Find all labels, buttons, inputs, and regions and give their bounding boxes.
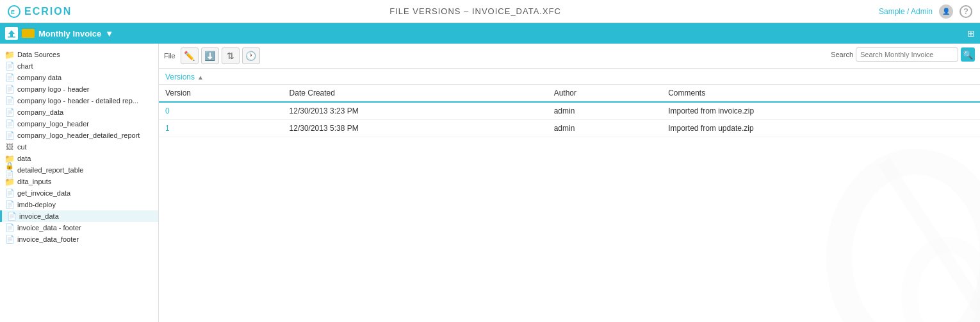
help-button[interactable]: ? [960, 5, 972, 18]
page-title: File Versions – invoice_data.xfc [389, 6, 561, 16]
logo-icon: E [8, 5, 20, 18]
toolbar-title: Monthly Invoice [38, 29, 101, 38]
file-label: File [164, 52, 176, 60]
svg-text:E: E [11, 9, 15, 15]
toolbar-left: Monthly Invoice ▼ [5, 27, 113, 40]
search-area: Search 🔍 [831, 47, 975, 62]
company-data2-icon: 📄 [5, 108, 14, 117]
col-comments: Comments [662, 85, 980, 102]
sidebar-item-company-data2[interactable]: 📄 company_data [0, 106, 158, 118]
sidebar-item-imdb-deploy[interactable]: 📄 imdb-deploy [0, 199, 158, 210]
table-body: 0 12/30/2013 3:23 PM admin Imported from… [159, 102, 980, 137]
sidebar-item-data-sources[interactable]: 📁 Data Sources [0, 49, 158, 60]
svg-marker-2 [8, 30, 15, 37]
sidebar-item-company-logo-header[interactable]: 📄 company logo - header [0, 83, 158, 95]
versions-arrow: ▲ [197, 74, 204, 81]
table-row: 0 12/30/2013 3:23 PM admin Imported from… [159, 102, 980, 120]
logo-text: ECRION [24, 6, 72, 17]
author-cell: admin [548, 102, 662, 120]
filter-button[interactable]: ⇅ [222, 47, 240, 64]
top-right-area: Sample / Admin 👤 ? [879, 4, 972, 19]
sidebar-item-detailed-report-table[interactable]: 🔒📄 detailed_report_table [0, 164, 158, 176]
cut-icon: 🖼 [5, 142, 14, 151]
file-toolbar: File ✏️ ⬇️ ⇅ 🕐 Search 🔍 [159, 44, 980, 69]
folder-icon [22, 29, 35, 38]
company-logo-header2-icon: 📄 [5, 119, 14, 128]
col-author: Author [548, 85, 662, 102]
imdb-deploy-icon: 📄 [5, 200, 14, 209]
invoice-data-icon: 📄 [7, 212, 16, 221]
sidebar-label-company-logo-header-detailed2: company_logo_header_detailed_report [17, 131, 140, 139]
sidebar-label-dita-inputs: dita_inputs [17, 178, 51, 185]
sidebar-item-invoice-data-footer[interactable]: 📄 invoice_data - footer [0, 222, 158, 233]
sidebar-item-company-logo-header-detailed[interactable]: 📄 company logo - header - detailed rep..… [0, 95, 158, 106]
author-cell: admin [548, 120, 662, 137]
sidebar-item-get-invoice-data[interactable]: 📄 get_invoice_data [0, 187, 158, 199]
toolbar-chevron[interactable]: ▼ [105, 29, 113, 38]
invoice-data-footer-icon: 📄 [5, 223, 14, 232]
data-sources-icon: 📁 [5, 50, 14, 59]
sidebar-item-data[interactable]: 📁 data [0, 153, 158, 164]
detailed-report-table-icon: 🔒📄 [5, 165, 14, 174]
user-label[interactable]: Sample / Admin [879, 7, 933, 16]
sidebar-item-cut[interactable]: 🖼 cut [0, 141, 158, 153]
upload-icon[interactable] [5, 27, 18, 40]
company-logo-header-detailed2-icon: 📄 [5, 131, 14, 140]
watermark [724, 130, 980, 322]
history-button[interactable]: 🕐 [242, 47, 260, 64]
sidebar-item-chart[interactable]: 📄 chart [0, 60, 158, 72]
table-row: 1 12/30/2013 5:38 PM admin Imported from… [159, 120, 980, 137]
svg-point-4 [839, 162, 980, 322]
top-nav: E ECRION File Versions – invoice_data.xf… [0, 0, 980, 23]
logo-area: E ECRION [8, 5, 72, 18]
chart-icon: 📄 [5, 62, 14, 71]
col-date: Date Created [283, 85, 548, 102]
sidebar-item-invoice-data[interactable]: 📄 invoice_data [0, 210, 158, 222]
main-layout: 📁 Data Sources📄 chart📄 company data📄 com… [0, 44, 980, 322]
avatar: 👤 [939, 4, 953, 19]
col-version: Version [159, 85, 283, 102]
sidebar-item-company-logo-header2[interactable]: 📄 company_logo_header [0, 118, 158, 130]
sidebar-item-dita-inputs[interactable]: 📁 dita_inputs [0, 176, 158, 187]
sidebar-label-company-data: company data [17, 74, 61, 81]
invoice-data-footer2-icon: 📄 [5, 235, 14, 244]
download-button[interactable]: ⬇️ [201, 47, 219, 64]
sidebar-label-data-sources: Data Sources [17, 51, 60, 58]
search-input[interactable] [856, 47, 958, 62]
sidebar-label-detailed-report-table: detailed_report_table [17, 166, 83, 174]
date-cell: 12/30/2013 3:23 PM [283, 102, 548, 120]
sidebar-item-company-data[interactable]: 📄 company data [0, 72, 158, 83]
dita-inputs-icon: 📁 [5, 177, 14, 186]
search-button[interactable]: 🔍 [961, 47, 975, 62]
get-invoice-data-icon: 📄 [5, 189, 14, 198]
comment-cell: Imported from update.zip [662, 120, 980, 137]
version-cell[interactable]: 1 [159, 120, 283, 137]
sidebar-label-data: data [17, 155, 31, 162]
sidebar-label-company-data2: company_data [17, 108, 63, 116]
company-logo-header-detailed-icon: 📄 [5, 96, 14, 105]
sidebar-label-invoice-data-footer: invoice_data - footer [17, 224, 81, 232]
search-label: Search [831, 51, 853, 58]
sidebar-label-imdb-deploy: imdb-deploy [17, 201, 56, 208]
sidebar-label-invoice-data: invoice_data [19, 212, 59, 220]
sidebar-label-invoice-data-footer2: invoice_data_footer [17, 235, 79, 243]
versions-title[interactable]: Versions [165, 72, 195, 81]
sidebar-label-get-invoice-data: get_invoice_data [17, 189, 70, 197]
date-cell: 12/30/2013 5:38 PM [283, 120, 548, 137]
svg-point-6 [910, 245, 980, 322]
edit-button[interactable]: ✏️ [181, 47, 199, 64]
view-toggle[interactable]: ⊞ [967, 28, 975, 38]
version-cell[interactable]: 0 [159, 102, 283, 120]
versions-table: Version Date Created Author Comments 0 1… [159, 85, 980, 137]
sidebar-item-invoice-data-footer2[interactable]: 📄 invoice_data_footer [0, 233, 158, 245]
toolbar: Monthly Invoice ▼ ⊞ [0, 23, 980, 44]
sidebar-label-cut: cut [17, 143, 27, 151]
comment-cell: Imported from invoice.zip [662, 102, 980, 120]
sidebar-label-company-logo-header2: company_logo_header [17, 120, 89, 128]
table-container: Version Date Created Author Comments 0 1… [159, 85, 980, 137]
sidebar-label-company-logo-header: company logo - header [17, 85, 90, 93]
company-data-icon: 📄 [5, 73, 14, 82]
sidebar-item-company-logo-header-detailed2[interactable]: 📄 company_logo_header_detailed_report [0, 130, 158, 141]
sidebar-label-chart: chart [17, 62, 33, 70]
svg-rect-3 [8, 37, 15, 38]
